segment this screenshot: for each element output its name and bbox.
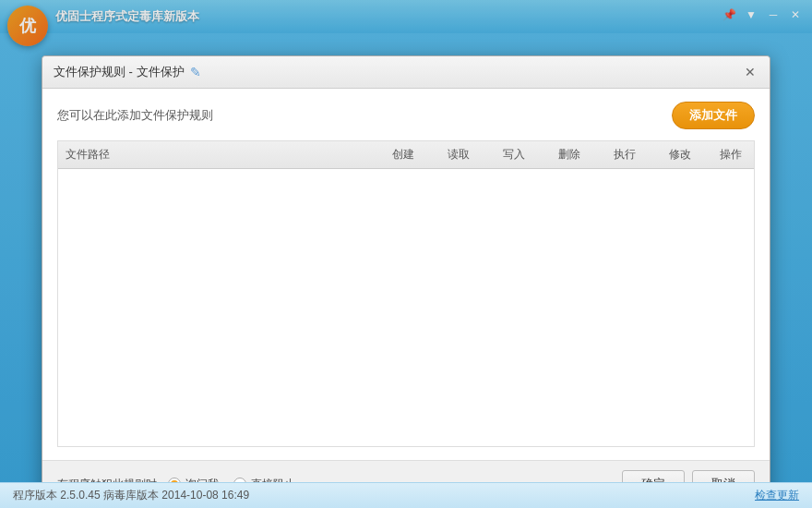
- col-ops: 操作: [708, 147, 754, 163]
- dialog: 文件保护规则 - 文件保护 ✎ ✕ 您可以在此添加文件保护规则 添加文件 文件路…: [42, 55, 770, 508]
- dialog-title-label: 文件保护规则 - 文件保护: [54, 64, 185, 80]
- dialog-close-button[interactable]: ✕: [742, 64, 758, 80]
- dialog-title-text: 文件保护规则 - 文件保护 ✎: [54, 64, 201, 80]
- col-read: 读取: [431, 147, 486, 163]
- col-delete: 删除: [542, 147, 597, 163]
- col-create: 创建: [376, 147, 431, 163]
- col-execute: 执行: [597, 147, 652, 163]
- check-update-link[interactable]: 检查更新: [755, 488, 799, 503]
- status-left: 程序版本 2.5.0.45 病毒库版本 2014-10-08 16:49: [13, 488, 249, 503]
- add-file-hint: 您可以在此添加文件保护规则: [57, 107, 213, 124]
- dialog-title-bar: 文件保护规则 - 文件保护 ✎ ✕: [42, 56, 770, 89]
- dialog-body: 您可以在此添加文件保护规则 添加文件 文件路径 创建 读取 写入: [42, 89, 770, 460]
- col-write: 写入: [486, 147, 542, 163]
- table-empty-area: [58, 169, 754, 446]
- add-file-row: 您可以在此添加文件保护规则 添加文件: [57, 102, 755, 129]
- col-modify: 修改: [652, 147, 708, 163]
- table-header: 文件路径 创建 读取 写入 删除 执行: [58, 141, 754, 169]
- status-bar: 程序版本 2.5.0.45 病毒库版本 2014-10-08 16:49 检查更…: [0, 482, 812, 508]
- modal-overlay: 文件保护规则 - 文件保护 ✎ ✕ 您可以在此添加文件保护规则 添加文件 文件路…: [0, 0, 812, 508]
- file-table: 文件路径 创建 读取 写入 删除 执行: [57, 140, 755, 447]
- edit-icon[interactable]: ✎: [190, 65, 201, 79]
- col-path: 文件路径: [58, 147, 376, 163]
- add-file-button[interactable]: 添加文件: [672, 102, 755, 129]
